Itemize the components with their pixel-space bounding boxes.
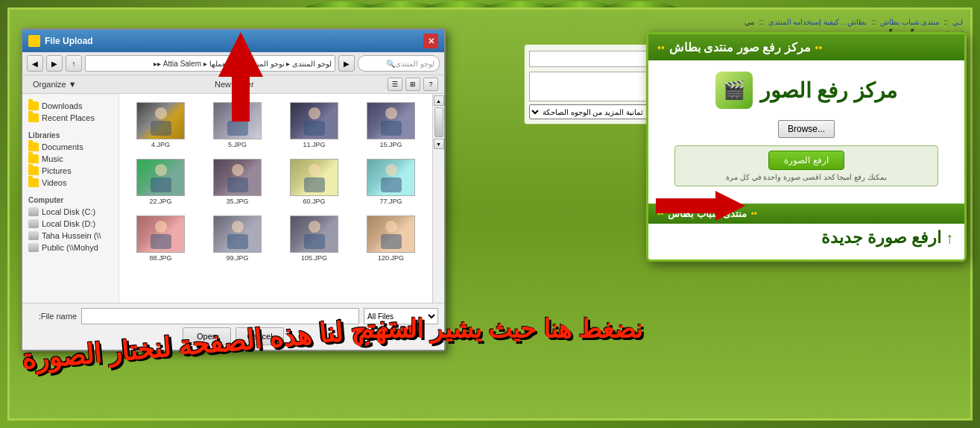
dialog-title-text: File Upload xyxy=(45,36,93,46)
svg-rect-15 xyxy=(381,177,402,192)
svg-rect-13 xyxy=(304,177,325,192)
disk-icon-c xyxy=(28,207,39,216)
upload-button[interactable]: ارفع الصورة xyxy=(768,151,844,170)
nav-instructions[interactable]: بطاش .. كيفية إستخدامه المنتدى xyxy=(768,18,867,26)
svg-rect-1 xyxy=(151,121,171,136)
go-button[interactable]: ▶ xyxy=(338,55,355,72)
file-thumb-6 xyxy=(290,159,338,196)
sidebar-item-local-disk-d[interactable]: Local Disk (D:) xyxy=(25,218,116,230)
sidebar-item-local-disk-c[interactable]: Local Disk (C:) xyxy=(25,206,116,218)
file-name-8: 88.JPG xyxy=(149,254,171,262)
svg-marker-24 xyxy=(218,32,263,122)
libraries-label: Libraries xyxy=(25,130,116,141)
pictures-label: Pictures xyxy=(42,166,72,175)
file-item-8[interactable]: 88.JPG xyxy=(124,212,197,265)
sidebar-item-taha[interactable]: Taha Hussein (\\ xyxy=(25,230,116,242)
up-button[interactable]: ↑ xyxy=(66,55,82,72)
sidebar-item-music[interactable]: Music xyxy=(25,153,116,165)
file-name-5: 35.JPG xyxy=(226,198,248,205)
file-item-6[interactable]: 60.JPG xyxy=(277,155,351,209)
file-thumb-11 xyxy=(367,215,415,253)
sidebar-item-recent-places[interactable]: Recent Places xyxy=(25,112,116,124)
sidebar-item-documents[interactable]: Documents xyxy=(25,141,116,153)
disk-icon-taha xyxy=(28,231,39,240)
scroll-up-button[interactable]: ▲ xyxy=(434,95,444,106)
background: File Upload ✕ ◀ ▶ ↑ لوجو المنتدى ▸ نوجو … xyxy=(0,0,980,428)
folder-icon-docs xyxy=(28,142,39,151)
upload-new-button[interactable]: ↑ ارفع صورة جديدة xyxy=(648,224,964,252)
file-thumb-10 xyxy=(290,215,338,253)
folder-icon-recent xyxy=(28,113,39,122)
search-bar[interactable]: لوجو المنتدى 🔍 xyxy=(358,55,440,72)
popup-header-title: مركز رفع صور منتدى بطاش xyxy=(669,40,811,54)
sidebar-item-downloads[interactable]: Downloads xyxy=(25,100,116,112)
nav-sep-2: :: xyxy=(871,17,876,26)
folder-icon-videos xyxy=(28,178,39,187)
file-item-3[interactable]: 15.JPG xyxy=(354,98,428,152)
search-placeholder: لوجو المنتدى xyxy=(395,60,434,68)
view-icon-button[interactable]: ⊞ xyxy=(405,78,420,91)
file-name-6: 60.JPG xyxy=(303,198,325,205)
file-item-10[interactable]: 105.JPG xyxy=(277,212,351,265)
svg-point-10 xyxy=(232,164,244,176)
recent-places-label: Recent Places xyxy=(42,113,95,122)
upload-info: يمكنك رفع اميجا كحد اقصى صورة واحدة في ك… xyxy=(683,173,931,181)
svg-rect-21 xyxy=(304,234,325,249)
arrow-up-container xyxy=(218,32,263,125)
smiley-select[interactable]: ثمانية المزيد من الوجوه الصاحكة xyxy=(529,104,647,119)
footer-dots-right: •• xyxy=(751,209,757,219)
back-button[interactable]: ◀ xyxy=(27,55,43,72)
arabic-text-right: نضغط هنا حيث يشير السهم xyxy=(358,314,642,344)
file-item-0[interactable]: 4.JPG xyxy=(124,98,197,152)
file-item-7[interactable]: 77.JPG xyxy=(354,155,428,209)
sidebar-item-videos[interactable]: Videos xyxy=(25,177,116,189)
file-name-4: 22.JPG xyxy=(149,198,171,205)
popup-header-dots-right: •• xyxy=(815,42,823,54)
dialog-title: File Upload xyxy=(28,35,93,47)
svg-marker-25 xyxy=(656,191,745,221)
file-item-4[interactable]: 22.JPG xyxy=(124,155,197,209)
file-item-11[interactable]: 120.JPG xyxy=(354,212,428,265)
forward-button[interactable]: ▶ xyxy=(46,55,63,72)
file-thumb-7 xyxy=(367,159,415,196)
file-thumb-2 xyxy=(290,102,338,139)
right-panel: لـي :: منتدى شباب بطاش :: بطاش .. كيفية … xyxy=(516,10,970,418)
svg-point-8 xyxy=(155,164,167,176)
browse-button[interactable]: Browse... xyxy=(778,120,835,138)
file-thumb-8 xyxy=(136,215,185,253)
upload-logo: 🎬 مركز رفع الصور xyxy=(715,72,898,109)
scrollbar-thumb[interactable] xyxy=(434,107,443,137)
browse-row: Browse... xyxy=(660,120,953,138)
upload-logo-text: مركز رفع الصور xyxy=(760,78,898,103)
view-list-button[interactable]: ☰ xyxy=(388,78,402,91)
file-item-2[interactable]: 11.JPG xyxy=(277,98,351,152)
sidebar-item-public[interactable]: Public (\\Mohyd xyxy=(25,242,116,254)
downloads-label: Downloads xyxy=(42,101,82,110)
left-panel: File Upload ✕ ◀ ▶ ↑ لوجو المنتدى ▸ نوجو … xyxy=(10,10,516,418)
svg-rect-19 xyxy=(227,234,248,249)
libraries-section: Libraries Documents Music xyxy=(25,130,116,189)
file-item-9[interactable]: 99.JPG xyxy=(200,212,274,265)
svg-point-4 xyxy=(309,107,320,119)
svg-rect-23 xyxy=(381,234,402,249)
view-details-button[interactable]: ? xyxy=(423,78,438,91)
vertical-scrollbar[interactable]: ▲ ▼ xyxy=(432,94,444,303)
nav-sep-3: :: xyxy=(759,17,763,26)
organize-button[interactable]: Organize ▼ xyxy=(28,78,81,90)
file-name-0: 4.JPG xyxy=(151,141,170,148)
folder-icon-music xyxy=(28,154,39,163)
svg-rect-17 xyxy=(151,234,171,249)
nav-home[interactable]: لـي xyxy=(952,18,963,26)
address-bar[interactable]: لوجو المنتدى ▸ نوجو المنتدى ▸ تم تعملها … xyxy=(85,55,335,72)
file-item-5[interactable]: 35.JPG xyxy=(200,155,274,209)
nav-sep-1: :: xyxy=(943,17,948,26)
dialog-close-button[interactable]: ✕ xyxy=(423,34,438,48)
nav-forum[interactable]: منتدى شباب بطاش xyxy=(880,18,939,26)
red-arrow-right-container xyxy=(656,191,745,224)
svg-point-14 xyxy=(385,164,397,176)
scroll-down-button[interactable]: ▼ xyxy=(434,139,444,149)
sidebar-item-pictures[interactable]: Pictures xyxy=(25,165,116,177)
svg-point-6 xyxy=(385,107,397,119)
folder-icon-downloads xyxy=(28,101,39,110)
music-label: Music xyxy=(42,154,63,163)
